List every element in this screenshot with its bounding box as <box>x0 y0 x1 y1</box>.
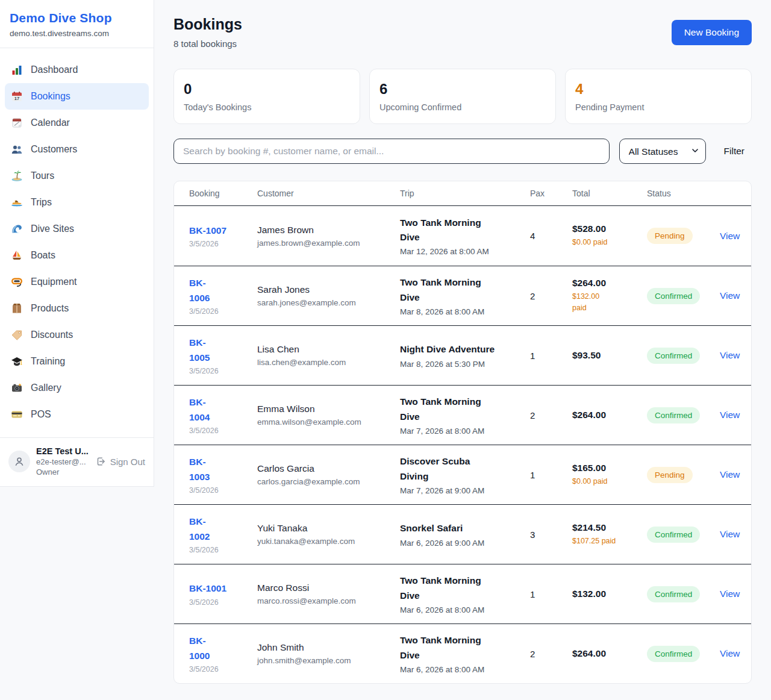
pax-count: 2 <box>530 649 572 659</box>
view-link[interactable]: View <box>720 350 740 360</box>
sidebar-item-boats[interactable]: Boats <box>5 242 149 269</box>
customer-email: yuki.tanaka@example.com <box>257 537 393 546</box>
status-select[interactable]: All Statuses <box>619 139 706 164</box>
sidebar-item-gallery[interactable]: Gallery <box>5 375 149 401</box>
sidebar-item-tours[interactable]: Tours <box>5 163 149 189</box>
view-link[interactable]: View <box>720 469 740 480</box>
customer-email: james.brown@example.com <box>257 239 393 248</box>
table-row: BK- 1000 3/5/2026 John Smith john.smith@… <box>174 623 751 683</box>
view-link[interactable]: View <box>720 231 740 241</box>
sidebar-item-trips[interactable]: Trips <box>5 189 149 216</box>
sidebar-item-label: Dashboard <box>31 64 78 75</box>
view-link[interactable]: View <box>720 529 740 539</box>
view-link[interactable]: View <box>720 589 740 599</box>
view-link[interactable]: View <box>720 290 740 301</box>
view-link[interactable]: View <box>720 648 740 658</box>
sidebar-item-bookings[interactable]: 17 Bookings <box>5 83 149 110</box>
paid-amount: $0.00 paid <box>572 476 640 487</box>
column-header-customer: Customer <box>257 189 400 198</box>
sidebar-item-label: Calendar <box>31 117 70 128</box>
status-select-wrap: All Statuses <box>619 139 706 164</box>
new-booking-button[interactable]: New Booking <box>672 20 752 45</box>
user-email: e2e-tester@... <box>36 457 89 466</box>
pax-count: 1 <box>530 351 572 361</box>
trip-name: Two Tank Morning Dive <box>400 633 523 662</box>
booking-link[interactable]: BK- 1003 <box>189 455 210 484</box>
search-input[interactable] <box>173 139 610 164</box>
customer-name: Sarah Jones <box>257 284 393 295</box>
booking-date: 3/5/2026 <box>189 367 250 375</box>
booking-date: 3/5/2026 <box>189 546 250 554</box>
training-icon <box>11 355 23 367</box>
page-header: Bookings 8 total bookings New Booking <box>173 16 752 49</box>
trip-name: Night Dive Adventure <box>400 342 523 357</box>
dashboard-icon <box>11 64 23 76</box>
sign-out-icon <box>95 456 106 467</box>
total-amount: $132.00 <box>572 589 640 599</box>
sign-out-button[interactable]: Sign Out <box>95 456 145 467</box>
sidebar-item-label: Trips <box>31 197 52 208</box>
trip-datetime: Mar 6, 2026 at 8:00 AM <box>400 605 523 614</box>
sidebar-item-label: Training <box>31 356 65 367</box>
booking-link[interactable]: BK-1001 <box>189 581 226 596</box>
sidebar-item-customers[interactable]: Customers <box>5 136 149 163</box>
calendar-icon <box>11 117 23 129</box>
gallery-icon <box>11 382 23 394</box>
view-link[interactable]: View <box>720 410 740 420</box>
pax-count: 1 <box>530 470 572 480</box>
status-badge: Pending <box>647 467 693 483</box>
user-icon <box>13 455 25 467</box>
booking-link[interactable]: BK- 1000 <box>189 634 210 663</box>
table-row: BK- 1006 3/5/2026 Sarah Jones sarah.jone… <box>174 266 751 325</box>
stat-card-pending-payment: 4 Pending Payment <box>565 69 752 124</box>
booking-link[interactable]: BK- 1005 <box>189 336 210 364</box>
pax-count: 4 <box>530 231 572 241</box>
booking-date: 3/5/2026 <box>189 240 250 248</box>
customer-name: Yuki Tanaka <box>257 523 393 534</box>
booking-link[interactable]: BK- 1004 <box>189 395 210 424</box>
booking-date: 3/5/2026 <box>189 427 250 435</box>
customer-email: john.smith@example.com <box>257 656 393 665</box>
column-header-trip: Trip <box>400 189 530 198</box>
sidebar-item-label: Boats <box>31 250 55 261</box>
sidebar-item-calendar[interactable]: Calendar <box>5 110 149 136</box>
status-badge: Pending <box>647 228 693 244</box>
trip-name: Snorkel Safari <box>400 521 523 536</box>
sidebar-item-training[interactable]: Training <box>5 348 149 375</box>
sidebar-item-pos[interactable]: POS <box>5 401 149 428</box>
column-header-booking: Booking <box>189 189 257 198</box>
sidebar-item-dive-sites[interactable]: Dive Sites <box>5 216 149 242</box>
sidebar-item-dashboard[interactable]: Dashboard <box>5 57 149 83</box>
status-badge: Confirmed <box>647 407 700 423</box>
bookings-icon: 17 <box>11 90 23 102</box>
column-header-status: Status <box>647 189 720 198</box>
stat-label: Pending Payment <box>575 102 741 112</box>
sidebar-item-discounts[interactable]: Discounts <box>5 322 149 348</box>
table-row: BK- 1003 3/5/2026 Carlos Garcia carlos.g… <box>174 445 751 504</box>
table-row: BK-1001 3/5/2026 Marco Rossi marco.rossi… <box>174 564 751 623</box>
trip-datetime: Mar 6, 2026 at 8:00 AM <box>400 665 523 674</box>
sidebar-item-equipment[interactable]: Equipment <box>5 269 149 295</box>
booking-date: 3/5/2026 <box>189 486 250 495</box>
status-badge: Confirmed <box>647 288 700 304</box>
stat-value: 0 <box>184 81 350 98</box>
trip-name: Two Tank Morning Dive <box>400 395 523 423</box>
table-row: BK-1007 3/5/2026 James Brown james.brown… <box>174 206 751 266</box>
trip-name: Discover Scuba Diving <box>400 454 523 483</box>
customer-name: Carlos Garcia <box>257 463 393 474</box>
booking-link[interactable]: BK-1007 <box>189 223 226 238</box>
pax-count: 3 <box>530 530 572 540</box>
pos-icon <box>11 408 23 420</box>
booking-link[interactable]: BK- 1002 <box>189 514 210 543</box>
stats-row: 0 Today's Bookings 6 Upcoming Confirmed … <box>173 69 752 124</box>
stat-label: Today's Bookings <box>184 102 350 112</box>
trip-name: Two Tank Morning Dive <box>400 216 523 245</box>
customers-icon <box>11 143 23 155</box>
sidebar-item-products[interactable]: Products <box>5 295 149 322</box>
sidebar-item-label: Tours <box>31 170 54 181</box>
column-header-pax: Pax <box>530 189 572 198</box>
sidebar-nav: Dashboard 17 Bookings Calendar Customers… <box>0 48 154 437</box>
filter-button[interactable]: Filter <box>717 141 752 161</box>
booking-date: 3/5/2026 <box>189 307 250 316</box>
booking-link[interactable]: BK- 1006 <box>189 276 210 305</box>
